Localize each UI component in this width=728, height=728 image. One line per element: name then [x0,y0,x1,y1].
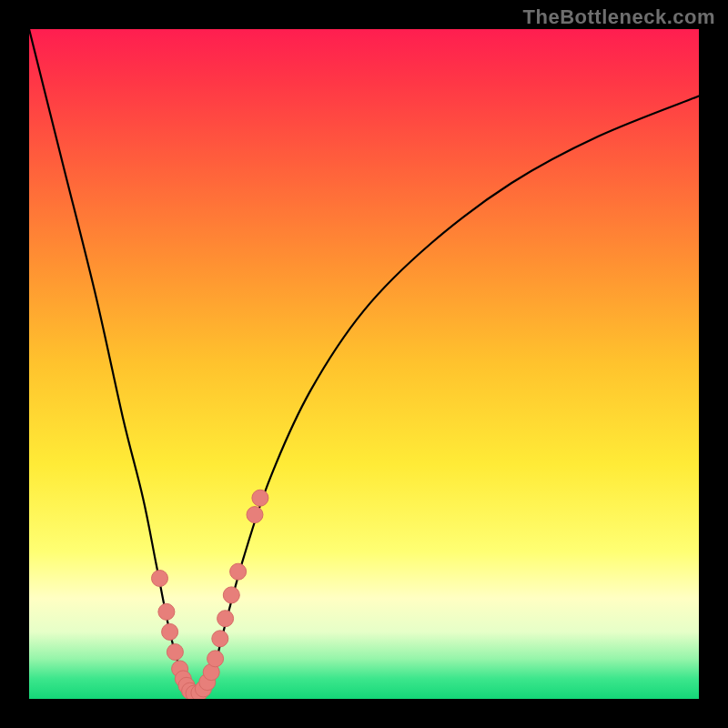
marker-point [162,623,178,640]
marker-point [223,587,239,603]
marker-point [167,644,183,661]
marker-point [186,685,202,699]
highlighted-points [152,490,268,699]
marker-point [175,671,191,687]
marker-point [158,603,175,620]
bottleneck-curve-svg [29,29,699,699]
marker-point [203,664,219,681]
marker-point [247,507,263,523]
marker-point [252,490,268,506]
marker-point [178,677,195,693]
marker-point [191,684,207,699]
marker-point [152,571,168,587]
marker-point [195,681,211,697]
marker-point [230,563,247,580]
chart-frame: TheBottleneck.com [0,0,728,728]
plot-area [29,29,699,699]
marker-point [172,661,188,677]
marker-point [199,674,216,691]
marker-point [207,651,224,667]
marker-point [217,611,234,627]
watermark-text: TheBottleneck.com [523,5,715,29]
marker-point [212,631,228,647]
marker-point [182,682,198,699]
bottleneck-curve-path [29,29,699,698]
